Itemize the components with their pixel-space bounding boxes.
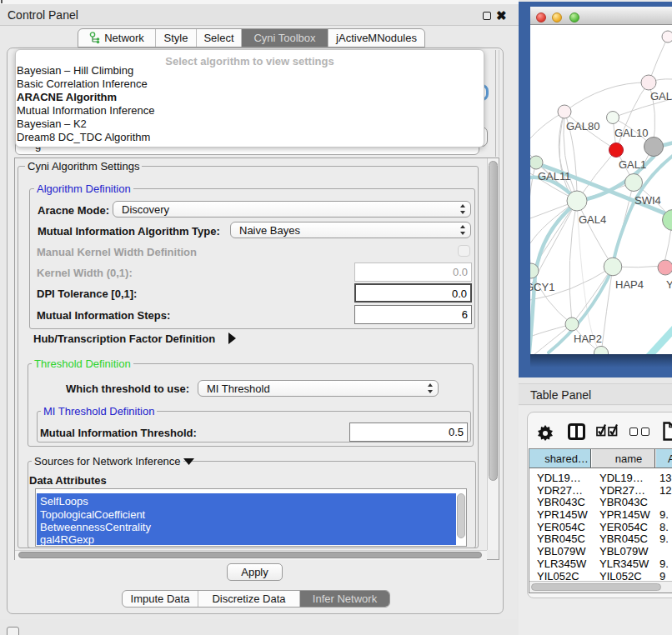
svg-text:GAL4: GAL4	[579, 213, 606, 226]
svg-text:SWI4: SWI4	[634, 194, 661, 207]
svg-text:GAL80: GAL80	[566, 120, 599, 132]
svg-text:HAP2: HAP2	[574, 332, 602, 345]
svg-text:HAP4: HAP4	[615, 278, 644, 291]
svg-text:GAL11: GAL11	[538, 170, 571, 182]
svg-text:GCY1: GCY1	[530, 281, 554, 293]
svg-text:GAL1: GAL1	[619, 158, 646, 171]
svg-text:GAL10: GAL10	[614, 127, 648, 139]
svg-text:Y: Y	[666, 278, 672, 291]
svg-text:GAL7: GAL7	[650, 90, 672, 102]
